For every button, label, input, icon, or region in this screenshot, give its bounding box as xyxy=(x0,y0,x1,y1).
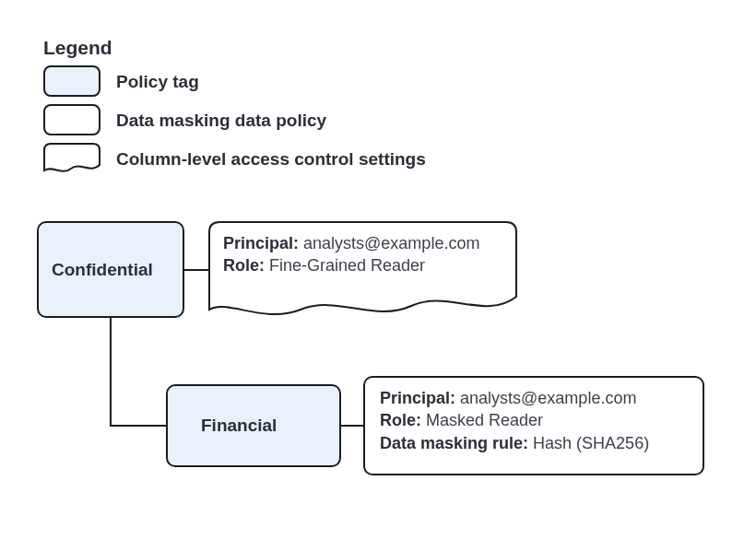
kv-label-principal: Principal: xyxy=(380,389,455,407)
kv-value-rule: Hash (SHA256) xyxy=(533,434,649,452)
legend-label-acl: Column-level access control settings xyxy=(116,149,426,170)
legend-swatch-data-policy xyxy=(43,104,100,135)
wavy-box-icon xyxy=(43,143,100,176)
kv-label-rule: Data masking rule: xyxy=(380,434,528,452)
kv-label-role: Role: xyxy=(223,256,265,275)
acl-box-confidential: Principal: analysts@example.com Role: Fi… xyxy=(208,221,517,322)
kv-value-principal: analysts@example.com xyxy=(460,389,636,407)
connector-confidential-financial-v xyxy=(110,318,112,427)
kv-value-principal: analysts@example.com xyxy=(303,234,479,252)
policy-tag-label: Financial xyxy=(181,416,277,436)
kv-label-role: Role: xyxy=(380,411,421,429)
legend-label-policy-tag: Policy tag xyxy=(116,72,199,92)
acl-principal-row: Principal: analysts@example.com xyxy=(223,232,502,254)
connector-confidential-financial-h xyxy=(110,425,166,427)
connector-confidential-acl xyxy=(184,269,208,271)
legend-label-data-policy: Data masking data policy xyxy=(116,111,326,131)
legend-swatch-acl xyxy=(43,143,100,176)
kv-value-role: Fine-Grained Reader xyxy=(269,256,425,275)
data-policy-box-financial: Principal: analysts@example.com Role: Ma… xyxy=(363,376,704,475)
policy-tag-label: Confidential xyxy=(52,260,153,280)
policy-tag-confidential: Confidential xyxy=(37,221,184,318)
kv-value-role: Masked Reader xyxy=(426,411,543,429)
legend-title: Legend xyxy=(43,37,112,59)
legend-swatch-policy-tag xyxy=(43,65,100,97)
kv-label-principal: Principal: xyxy=(223,234,299,252)
policy-rule-row: Data masking rule: Hash (SHA256) xyxy=(380,432,691,454)
acl-role-row: Role: Fine-Grained Reader xyxy=(223,254,502,276)
policy-tag-financial: Financial xyxy=(166,384,341,467)
connector-financial-policy xyxy=(341,425,363,427)
policy-role-row: Role: Masked Reader xyxy=(380,409,691,431)
diagram-canvas: Legend Policy tag Data masking data poli… xyxy=(0,0,756,551)
policy-principal-row: Principal: analysts@example.com xyxy=(380,387,691,409)
